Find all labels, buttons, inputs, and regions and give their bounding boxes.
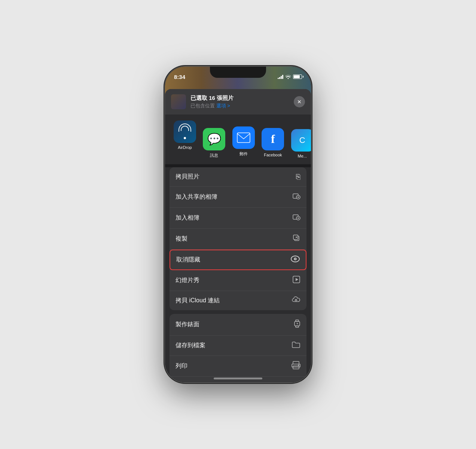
action-copy-icloud[interactable]: 拷貝 iCloud 連結 [170, 291, 306, 310]
action-save-files[interactable]: 儲存到檔案 [170, 336, 306, 356]
svg-point-26 [298, 365, 299, 366]
action-watch-face-label: 製作錶面 [176, 321, 199, 329]
app-item-more[interactable]: C Me... [289, 129, 311, 158]
svg-rect-24 [293, 361, 299, 364]
eye-icon [291, 256, 300, 264]
action-slideshow[interactable]: 幻燈片秀 [170, 270, 306, 291]
action-add-album-label: 加入相簿 [176, 214, 199, 222]
action-slideshow-label: 幻燈片秀 [176, 277, 199, 284]
action-print-label: 列印 [176, 362, 187, 370]
print-icon [292, 361, 300, 371]
mail-icon [232, 126, 255, 149]
app-label-mail: 郵件 [239, 151, 248, 157]
cloud-link-icon [292, 296, 300, 305]
svg-rect-23 [296, 326, 299, 327]
header-text-block: 已選取 16 張照片 已包含位置 選項 > [190, 95, 294, 109]
duplicate-icon [292, 234, 300, 244]
action-add-shared-album[interactable]: 加入共享的相簿 [170, 187, 306, 208]
options-link[interactable]: 選項 [216, 103, 226, 109]
action-unhide-label: 取消隱藏 [176, 256, 200, 264]
status-icons [278, 74, 302, 79]
action-duplicate[interactable]: 複製 [170, 229, 306, 250]
shared-album-icon [292, 192, 300, 202]
action-add-album[interactable]: 加入相簿 [170, 208, 306, 229]
phone-screen: 8:34 [165, 67, 311, 382]
battery-icon [293, 74, 302, 79]
action-unhide[interactable]: 取消隱藏 [170, 250, 306, 270]
action-copy-photo[interactable]: 拷貝照片 ⎘ [170, 167, 306, 187]
options-arrow: > [227, 103, 230, 109]
folder-icon [292, 341, 300, 350]
app-item-facebook[interactable]: f Facebook [259, 128, 287, 157]
close-icon: ✕ [297, 99, 302, 105]
action-print[interactable]: 列印 [170, 356, 306, 377]
divider-2 [165, 311, 311, 314]
messages-icon: 💬 [203, 128, 225, 150]
divider-1 [165, 164, 311, 167]
action-copy-photo-label: 拷貝照片 [176, 173, 199, 181]
app-label-airdrop: AirDrop [178, 145, 192, 150]
share-sheet: 已選取 16 張照片 已包含位置 選項 > ✕ [165, 89, 311, 382]
sheet-header: 已選取 16 張照片 已包含位置 選項 > ✕ [165, 89, 311, 114]
action-duplicate-label: 複製 [176, 235, 187, 243]
apps-row: AirDrop 💬 訊息 [165, 114, 311, 164]
sheet-content[interactable]: AirDrop 💬 訊息 [165, 114, 311, 382]
app-item-mail[interactable]: 郵件 [230, 126, 257, 157]
action-copy-icloud-label: 拷貝 iCloud 連結 [176, 297, 220, 305]
add-album-icon [292, 213, 300, 223]
airdrop-icon [174, 120, 196, 143]
subtitle-location: 已包含位置 [190, 103, 215, 109]
airdrop-waves [174, 120, 196, 143]
header-title: 已選取 16 張照片 [190, 95, 294, 102]
close-button[interactable]: ✕ [294, 96, 305, 107]
action-save-files-label: 儲存到檔案 [176, 342, 205, 349]
svg-point-15 [295, 259, 296, 260]
status-time: 8:34 [174, 74, 185, 80]
app-item-messages[interactable]: 💬 訊息 [200, 128, 228, 158]
app-label-more: Me... [298, 154, 307, 158]
airdrop-dot [184, 137, 186, 139]
wifi-icon [285, 74, 291, 79]
svg-rect-25 [293, 366, 299, 369]
notch [210, 67, 266, 78]
action-group-1: 拷貝照片 ⎘ 加入共享的相簿 [165, 167, 311, 310]
header-subtitle: 已包含位置 選項 > [190, 103, 294, 109]
more-icon: C [291, 129, 311, 152]
app-label-messages: 訊息 [210, 153, 218, 158]
action-watch-face[interactable]: 製作錶面 [170, 314, 306, 336]
signal-bars-icon [278, 74, 283, 79]
copy-photo-icon: ⎘ [296, 172, 300, 181]
header-thumbnail [171, 94, 186, 109]
action-list-1: 拷貝照片 ⎘ 加入共享的相簿 [170, 167, 306, 310]
facebook-icon: f [262, 128, 284, 150]
bookmark-icon [294, 382, 300, 382]
app-label-facebook: Facebook [264, 153, 282, 157]
play-icon [292, 275, 300, 285]
svg-rect-22 [296, 320, 299, 321]
action-list-2: 製作錶面 [170, 314, 306, 382]
watch-icon [294, 319, 300, 330]
action-group-2: 製作錶面 [165, 314, 311, 382]
phone-frame: 8:34 [165, 67, 311, 382]
action-add-shared-album-label: 加入共享的相簿 [176, 193, 217, 201]
app-item-airdrop[interactable]: AirDrop [171, 120, 199, 150]
svg-rect-0 [237, 133, 250, 143]
home-indicator [214, 378, 262, 379]
svg-marker-17 [296, 278, 298, 281]
